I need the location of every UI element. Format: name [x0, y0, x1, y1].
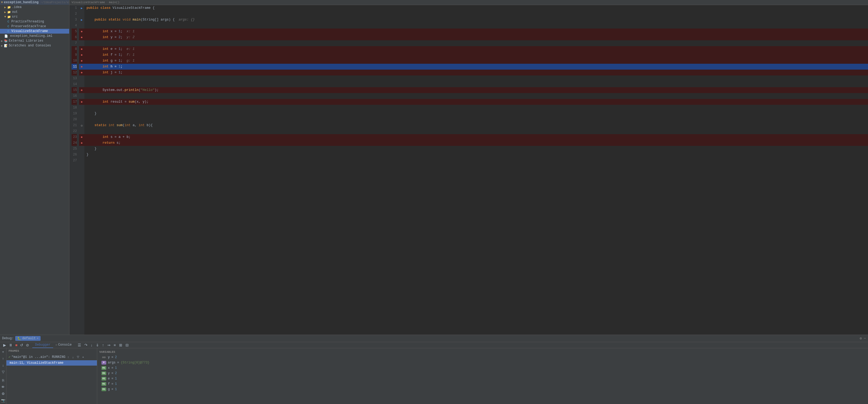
debug-layout-btn[interactable]: ☰ — [76, 342, 82, 348]
code-line-6[interactable]: int y = 2; y: 2 — [84, 34, 868, 40]
debug-table-btn[interactable]: ⊞ — [118, 342, 123, 348]
code-line-1[interactable]: public class VisualizeStackFrame { — [84, 5, 868, 11]
debug-step-over-btn[interactable]: ↷ — [83, 342, 89, 348]
thread-down-btn[interactable]: ↓ — [71, 355, 75, 359]
debug-step-into-force-btn[interactable]: ⇓ — [95, 342, 100, 348]
code-line-17[interactable]: int result = sum(x, y); — [84, 99, 868, 105]
code-line-11[interactable]: int h = 1; — [84, 64, 868, 70]
code-line-26[interactable]: } — [84, 152, 868, 158]
debug-resume-btn[interactable]: ▶ — [2, 342, 7, 348]
debug-stop-btn[interactable]: ■ — [14, 342, 19, 348]
debug-default-tab[interactable]: 🐛 default × — [15, 336, 40, 341]
debug-tab-close[interactable]: × — [37, 337, 39, 340]
copy-icon-btn[interactable]: ⎘ — [1, 378, 6, 383]
debug-evaluate-btn[interactable]: ≡ — [113, 342, 117, 348]
var-item-x[interactable]: 01 x = 1 — [97, 365, 868, 371]
tree-practicethreading[interactable]: C PracticeThreading — [0, 19, 69, 24]
code-line-23[interactable]: int s = a + b; — [84, 134, 868, 140]
code-line-20[interactable] — [84, 116, 868, 123]
var-item-y2[interactable]: oo y = 2 — [97, 355, 868, 360]
editor-area: VisualizeStackFrame › main() 12345678910… — [69, 0, 868, 335]
code-line-24[interactable]: return s; — [84, 140, 868, 146]
tree-preservestacktrace[interactable]: C PreserveStackTrace — [0, 24, 69, 29]
thread-filter-btn[interactable]: ▽ — [76, 355, 80, 359]
settings-btn[interactable]: ⚙ — [1, 391, 6, 396]
practicethreading-icon: C — [7, 20, 9, 23]
var-val-y: 2 — [115, 371, 117, 375]
debug-tab-console[interactable]: ▷Console — [53, 342, 74, 348]
tree-src[interactable]: ▼ 📁 src — [0, 14, 69, 19]
breakpoint-dot[interactable]: ● — [81, 100, 83, 104]
spy-icon-btn[interactable]: 👁 — [1, 384, 6, 390]
code-line-25[interactable]: } — [84, 146, 868, 152]
var-item-y[interactable]: 01 y = 2 — [97, 371, 868, 376]
breakpoint-dot[interactable]: ● — [81, 65, 83, 69]
breakpoint-dot[interactable]: ● — [81, 71, 83, 75]
code-line-22[interactable] — [84, 128, 868, 134]
breakpoint-dot[interactable]: ● — [81, 88, 83, 92]
code-line-13[interactable] — [84, 75, 868, 81]
var-item-e[interactable]: 01 e = 1 — [97, 376, 868, 381]
up-frame-btn[interactable]: ↑ — [1, 356, 6, 361]
code-line-10[interactable]: int g = 1; g: 1 — [84, 58, 868, 64]
frame-item-main[interactable]: main:11, VisualizeStackFrame — [6, 360, 97, 366]
debug-tab-debugger[interactable]: Debugger — [32, 342, 53, 348]
thread-up-btn[interactable]: ↑ — [66, 355, 70, 359]
var-item-f[interactable]: 01 f = 1 — [97, 381, 868, 387]
debug-run-to-cursor-btn[interactable]: ⇒ — [106, 342, 112, 348]
debug-minimize-icon[interactable]: — — [864, 337, 866, 340]
editor-content[interactable]: 1234567891011121314151617181920212223242… — [69, 5, 868, 335]
var-name-x: x — [108, 366, 110, 370]
breadcrumb-method: main() — [109, 1, 120, 4]
code-line-18[interactable] — [84, 105, 868, 111]
debug-rerun-btn[interactable]: ↺ — [19, 342, 24, 348]
breakpoint-dot[interactable]: ● — [81, 59, 83, 63]
breakpoint-dot[interactable]: ● — [81, 53, 83, 57]
debug-columns-btn[interactable]: ⊟ — [124, 342, 130, 348]
code-line-19[interactable]: } — [84, 111, 868, 116]
debug-mute-btn[interactable]: ⊘ — [25, 342, 30, 348]
tree-out[interactable]: ▶ 📁 out — [0, 10, 69, 14]
debug-step-out-btn[interactable]: ↑ — [101, 342, 105, 348]
var-item-args[interactable]: P args = {String[0]@773} — [97, 360, 868, 365]
breadcrumb-file: VisualizeStackFrame — [71, 1, 105, 4]
code-line-4[interactable] — [84, 23, 868, 29]
code-lines[interactable]: public class VisualizeStackFrame { publi… — [84, 5, 868, 335]
code-line-16[interactable] — [84, 93, 868, 99]
code-line-8[interactable]: int e = 1; e: 1 — [84, 46, 868, 52]
debug-toolbar: ☰ ↷ ↓ ⇓ ↑ ⇒ ≡ ⊞ ⊟ — [76, 342, 130, 348]
breakpoint-dot[interactable]: ● — [81, 35, 83, 39]
filter-frames-btn[interactable]: ▽ — [1, 369, 6, 374]
breakpoint-dot[interactable]: ● — [81, 135, 83, 139]
tree-idea[interactable]: ▶ 📁 .idea — [0, 5, 69, 10]
tree-iml[interactable]: 📄 exception_handling.iml — [0, 34, 69, 38]
thread-add-btn[interactable]: + — [81, 355, 85, 359]
camera-btn[interactable]: 📷 — [1, 398, 6, 403]
var-name-f: f — [108, 382, 110, 386]
tree-scratches[interactable]: ▶ 📝 Scratches and Consoles — [0, 43, 69, 48]
debug-pause-btn[interactable]: ⏸ — [8, 342, 13, 348]
code-line-7[interactable] — [84, 40, 868, 46]
thread-row[interactable]: ✔ "main"@1 in ...ain": RUNNING ↑ ↓ ▽ + — [6, 354, 97, 360]
code-line-21[interactable]: static int sum(int a, int b){ — [84, 123, 868, 128]
code-line-15[interactable]: System.out.println("Hello"); — [84, 87, 868, 93]
breakpoint-dot[interactable]: ● — [81, 30, 83, 34]
code-line-14[interactable] — [84, 81, 868, 87]
debug-step-into-btn[interactable]: ↓ — [90, 342, 94, 348]
add-watch-btn[interactable]: + — [1, 349, 6, 355]
debug-settings-icon[interactable]: ⚙ — [860, 336, 862, 340]
code-line-2[interactable] — [84, 11, 868, 17]
var-item-g[interactable]: 01 g = 1 — [97, 387, 868, 392]
var-eq-f: = — [111, 382, 113, 386]
breakpoint-dot[interactable]: ● — [81, 47, 83, 51]
code-line-12[interactable]: int j = 1; — [84, 70, 868, 75]
tree-visualizestackframe[interactable]: C VisualizeStackFrame — [0, 29, 69, 34]
code-line-3[interactable]: public static void main(String[] args) {… — [84, 17, 868, 23]
code-line-9[interactable]: int f = 1; f: 1 — [84, 52, 868, 58]
code-line-27[interactable] — [84, 158, 868, 164]
code-line-5[interactable]: int x = 1; x: 1 — [84, 29, 868, 34]
tree-root[interactable]: ▼ exception_handling ~/IdeaProjects/exce… — [0, 0, 69, 5]
down-frame-btn[interactable]: ↓ — [1, 363, 6, 368]
tree-extlibs[interactable]: ▶ 📚 External Libraries — [0, 38, 69, 43]
breakpoint-dot[interactable]: ● — [81, 141, 83, 145]
